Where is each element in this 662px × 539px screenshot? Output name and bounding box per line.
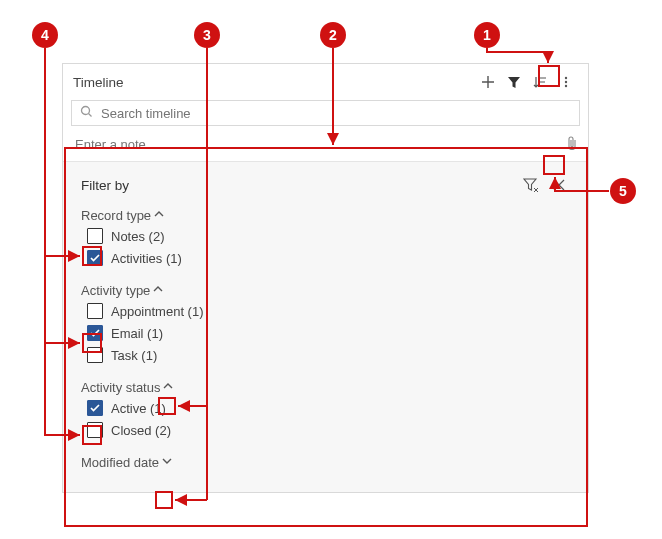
chevron-up-icon	[162, 380, 174, 395]
search-icon	[80, 105, 93, 121]
more-icon[interactable]	[554, 70, 578, 94]
activity-status-toggle[interactable]: Activity status	[81, 378, 570, 397]
modified-date-toggle[interactable]: Modified date	[81, 453, 570, 472]
sort-icon[interactable]	[528, 70, 552, 94]
note-row	[63, 130, 588, 161]
section-activity-type: Activity type Appointment (1) Email (1) …	[81, 281, 570, 366]
option-task[interactable]: Task (1)	[81, 344, 570, 366]
chevron-up-icon	[153, 208, 165, 223]
timeline-panel: Timeline	[62, 63, 589, 493]
option-appointment[interactable]: Appointment (1)	[81, 300, 570, 322]
search-row	[63, 96, 588, 130]
record-type-toggle[interactable]: Record type	[81, 206, 570, 225]
modified-date-label: Modified date	[81, 455, 159, 470]
attach-icon[interactable]	[566, 136, 578, 153]
svg-point-0	[565, 77, 567, 79]
option-label: Closed (2)	[111, 423, 171, 438]
filter-icon[interactable]	[502, 70, 526, 94]
filter-header: Filter by	[81, 174, 570, 196]
option-label: Email (1)	[111, 326, 163, 341]
checkbox-icon	[87, 400, 103, 416]
activity-type-label: Activity type	[81, 283, 150, 298]
option-label: Notes (2)	[111, 229, 164, 244]
chevron-up-icon	[152, 283, 164, 298]
option-label: Activities (1)	[111, 251, 182, 266]
activity-status-label: Activity status	[81, 380, 160, 395]
checkbox-icon	[87, 228, 103, 244]
section-activity-status: Activity status Active (1) Closed (2)	[81, 378, 570, 441]
add-icon[interactable]	[476, 70, 500, 94]
option-email[interactable]: Email (1)	[81, 322, 570, 344]
option-closed[interactable]: Closed (2)	[81, 419, 570, 441]
callout-3: 3	[194, 22, 220, 48]
checkbox-icon	[87, 347, 103, 363]
checkbox-icon	[87, 303, 103, 319]
callout-1: 1	[474, 22, 500, 48]
callout-4: 4	[32, 22, 58, 48]
search-input[interactable]	[99, 105, 571, 122]
option-notes[interactable]: Notes (2)	[81, 225, 570, 247]
panel-header: Timeline	[63, 64, 588, 96]
panel-title: Timeline	[73, 75, 474, 90]
close-icon[interactable]	[548, 174, 570, 196]
svg-point-1	[565, 81, 567, 83]
checkbox-icon	[87, 250, 103, 266]
search-box[interactable]	[71, 100, 580, 126]
checkbox-icon	[87, 422, 103, 438]
callout-5: 5	[610, 178, 636, 204]
clear-filter-icon[interactable]	[520, 174, 542, 196]
callout-2: 2	[320, 22, 346, 48]
record-type-label: Record type	[81, 208, 151, 223]
filter-pane: Filter by Record type Notes (2) Activiti…	[63, 161, 588, 492]
chevron-down-icon	[161, 455, 173, 470]
checkbox-icon	[87, 325, 103, 341]
section-modified-date: Modified date	[81, 453, 570, 472]
activity-type-toggle[interactable]: Activity type	[81, 281, 570, 300]
option-label: Appointment (1)	[111, 304, 204, 319]
option-label: Task (1)	[111, 348, 157, 363]
option-activities[interactable]: Activities (1)	[81, 247, 570, 269]
option-label: Active (1)	[111, 401, 166, 416]
note-input[interactable]	[73, 136, 566, 153]
filter-title: Filter by	[81, 178, 520, 193]
option-active[interactable]: Active (1)	[81, 397, 570, 419]
svg-point-3	[82, 107, 90, 115]
hl-chevron-date	[155, 491, 173, 509]
section-record-type: Record type Notes (2) Activities (1)	[81, 206, 570, 269]
svg-point-2	[565, 85, 567, 87]
